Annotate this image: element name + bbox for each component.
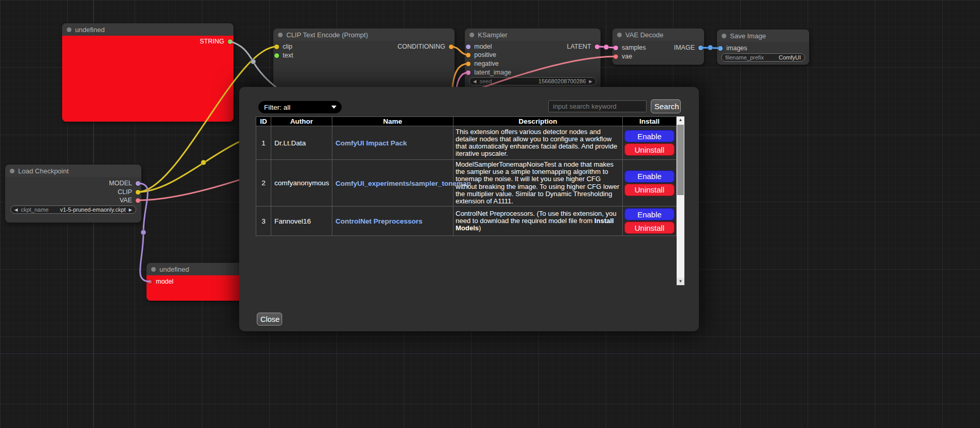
- collapse-dot-icon[interactable]: [151, 267, 156, 272]
- link-dot: [604, 45, 609, 50]
- node-undefined-top[interactable]: undefined STRING: [62, 23, 233, 122]
- widget-label: seed: [479, 78, 492, 84]
- input-dot-images[interactable]: [718, 46, 723, 51]
- slot-label: latent_image: [474, 69, 511, 76]
- graph-canvas[interactable]: undefined STRING CLIP Text Encode (Promp…: [0, 0, 980, 428]
- extension-install-cell: EnableUninstall: [623, 206, 677, 236]
- output-dot-string[interactable]: [228, 39, 232, 44]
- close-button[interactable]: Close: [257, 313, 282, 326]
- input-dot-text[interactable]: [274, 53, 279, 58]
- node-title-bar[interactable]: Load Checkpoint: [5, 165, 141, 177]
- filter-select-wrap: Filter: all: [258, 101, 342, 113]
- header-author: Author: [271, 117, 332, 126]
- node-vae-decode[interactable]: VAE Decode samples vae IMAGE: [612, 28, 704, 65]
- enable-button[interactable]: Enable: [624, 170, 675, 183]
- slot-label: clip: [283, 43, 292, 50]
- node-title: VAE Decode: [625, 31, 663, 39]
- node-title-bar[interactable]: VAE Decode: [612, 28, 704, 41]
- extension-description-cell: This extension offers various detector n…: [454, 126, 623, 160]
- slot-label: images: [726, 45, 747, 52]
- extension-row: 2comfyanonymousComfyUI_experiments/sampl…: [256, 160, 677, 206]
- output-slot-clip: CLIP: [118, 188, 140, 196]
- input-dot-model[interactable]: [466, 45, 471, 49]
- slot-label: VAE: [120, 197, 132, 204]
- slot-label: model: [474, 43, 492, 50]
- output-slot-latent: LATENT: [567, 43, 599, 50]
- extension-name-cell: ControlNet Preprocessors: [332, 206, 454, 236]
- widget-value: v1-5-pruned-emaonly.ckpt: [60, 206, 126, 213]
- header-install: Install: [623, 117, 677, 126]
- extension-description-cell: ControlNet Preprocessors. (To use this e…: [454, 206, 623, 236]
- decrement-icon[interactable]: ◀: [473, 79, 476, 84]
- link-dot: [708, 45, 713, 50]
- collapse-dot-icon[interactable]: [470, 33, 474, 37]
- collapse-dot-icon[interactable]: [278, 33, 283, 37]
- slot-label: IMAGE: [674, 44, 695, 51]
- input-dot-clip[interactable]: [274, 45, 279, 49]
- collapse-dot-icon[interactable]: [722, 34, 726, 38]
- scrollbar-thumb[interactable]: [677, 125, 684, 195]
- collapse-dot-icon[interactable]: [10, 169, 14, 173]
- output-slot-vae: VAE: [120, 197, 140, 204]
- output-dot-clip[interactable]: [136, 190, 140, 195]
- seed-widget[interactable]: ◀ seed 156680208700286 ▶: [469, 77, 596, 85]
- ckpt-name-widget[interactable]: ◀ ckpt_name v1-5-pruned-emaonly.ckpt ▶: [10, 205, 136, 214]
- filename-prefix-widget[interactable]: filename_prefix ComfyUI: [721, 53, 805, 62]
- node-title-bar[interactable]: undefined: [62, 23, 233, 36]
- search-input[interactable]: [548, 100, 647, 112]
- input-dot-latent-image[interactable]: [466, 70, 471, 75]
- input-dot-positive[interactable]: [466, 53, 471, 57]
- input-slot-text: text: [274, 52, 293, 59]
- output-dot-conditioning[interactable]: [449, 45, 454, 49]
- decrement-icon[interactable]: ◀: [14, 208, 18, 212]
- extension-link[interactable]: ComfyUI_experiments/sampler_tonemap: [335, 180, 471, 187]
- increment-icon[interactable]: ▶: [129, 208, 132, 212]
- scroll-down-icon[interactable]: ▼: [677, 278, 684, 285]
- scrollbar[interactable]: ▲ ▼: [677, 116, 684, 285]
- extension-install-cell: EnableUninstall: [623, 126, 677, 160]
- output-dot-image[interactable]: [698, 46, 703, 50]
- collapse-dot-icon[interactable]: [67, 27, 71, 32]
- extension-link[interactable]: ComfyUI Impact Pack: [335, 139, 407, 147]
- input-dot-vae[interactable]: [613, 54, 618, 59]
- filter-select[interactable]: Filter: all: [258, 101, 342, 113]
- node-load-checkpoint[interactable]: Load Checkpoint MODEL CLIP VAE ◀ ckpt_na…: [5, 165, 141, 223]
- extensions-table-wrap: ID Author Name Description Install 1Dr.L…: [256, 116, 684, 285]
- output-slot-model: MODEL: [109, 180, 140, 187]
- output-slot-string: STRING: [200, 38, 232, 45]
- uninstall-button[interactable]: Uninstall: [624, 222, 675, 234]
- extension-install-cell: EnableUninstall: [623, 160, 677, 206]
- extensions-table-body: 1Dr.Lt.DataComfyUI Impact PackThis exten…: [256, 126, 677, 236]
- link-dot: [201, 160, 206, 165]
- node-title: Save Image: [730, 32, 766, 40]
- output-dot-vae[interactable]: [136, 198, 140, 203]
- input-slot-samples: samples: [613, 44, 646, 51]
- input-slot-clip: clip: [274, 43, 292, 50]
- input-slot-positive: positive: [466, 51, 496, 58]
- search-button[interactable]: Search: [651, 99, 681, 113]
- node-ksampler[interactable]: KSampler model positive negative latent_…: [465, 28, 601, 91]
- node-title-bar[interactable]: CLIP Text Encode (Prompt): [273, 28, 455, 41]
- increment-icon[interactable]: ▶: [589, 79, 592, 84]
- collapse-dot-icon[interactable]: [617, 33, 622, 37]
- description-bold-text: Install Models: [456, 217, 614, 232]
- extension-id-cell: 1: [256, 126, 271, 160]
- input-dot-samples[interactable]: [613, 46, 618, 50]
- extension-link[interactable]: ControlNet Preprocessors: [335, 217, 422, 225]
- enable-button[interactable]: Enable: [624, 208, 675, 220]
- error-node-body: [62, 36, 233, 122]
- enable-button[interactable]: Enable: [624, 130, 675, 142]
- slot-label: MODEL: [109, 180, 132, 187]
- uninstall-button[interactable]: Uninstall: [624, 143, 675, 156]
- output-dot-model[interactable]: [136, 181, 140, 186]
- input-dot-model[interactable]: [148, 279, 152, 284]
- node-save-image[interactable]: Save Image images filename_prefix ComfyU…: [717, 29, 809, 65]
- node-title-bar[interactable]: KSampler: [465, 28, 601, 41]
- slot-label: positive: [474, 51, 496, 58]
- uninstall-button[interactable]: Uninstall: [624, 184, 675, 196]
- output-dot-latent[interactable]: [595, 45, 599, 49]
- input-dot-negative[interactable]: [466, 62, 471, 66]
- slot-label: negative: [474, 60, 499, 67]
- node-title-bar[interactable]: Save Image: [717, 29, 809, 42]
- scroll-up-icon[interactable]: ▲: [677, 116, 684, 124]
